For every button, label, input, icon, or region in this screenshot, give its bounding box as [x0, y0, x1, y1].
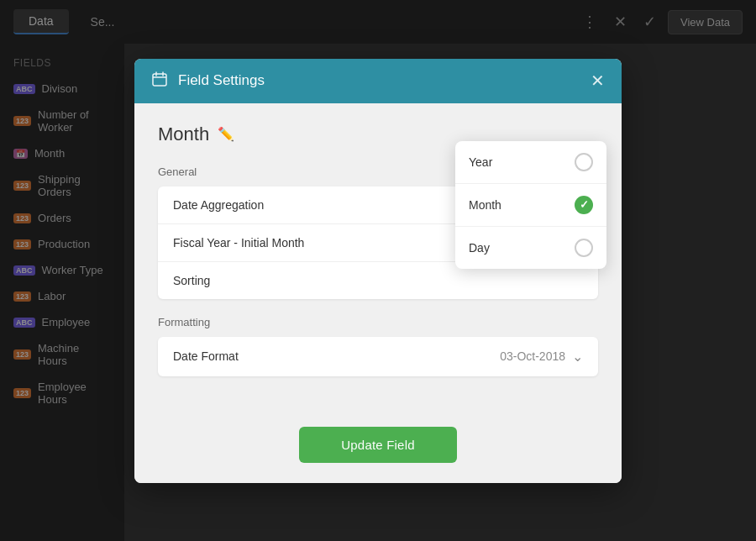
option-year-label: Year — [469, 155, 492, 169]
formatting-section-label: Formatting — [158, 316, 598, 328]
edit-icon[interactable]: ✏️ — [218, 126, 234, 142]
modal-title: Field Settings — [178, 72, 580, 89]
modal-footer: Update Field — [134, 413, 622, 483]
dropdown-option-day[interactable]: Day — [455, 227, 606, 269]
option-month-label: Month — [469, 198, 501, 212]
modal-header: Field Settings ✕ — [134, 59, 622, 103]
dropdown-option-year[interactable]: Year — [455, 141, 606, 184]
modal-overlay: Field Settings ✕ Month ✏️ General Date A… — [0, 0, 756, 541]
radio-year[interactable] — [575, 153, 593, 171]
date-format-label: Date Format — [173, 349, 500, 363]
formatting-settings-card: Date Format 03-Oct-2018 ⌄ — [158, 337, 598, 376]
dropdown-option-month[interactable]: Month — [455, 184, 606, 227]
option-day-label: Day — [469, 241, 490, 255]
date-aggregation-dropdown[interactable]: Year Month Day — [455, 141, 606, 269]
field-settings-modal: Field Settings ✕ Month ✏️ General Date A… — [134, 59, 622, 483]
sorting-label: Sorting — [173, 274, 583, 287]
modal-close-button[interactable]: ✕ — [591, 72, 605, 89]
chevron-down-icon[interactable]: ⌄ — [572, 349, 583, 365]
field-title: Month — [158, 123, 209, 145]
update-field-button[interactable]: Update Field — [299, 427, 456, 463]
date-aggregation-row[interactable]: Date Aggregation Year Month Day — [158, 186, 598, 224]
date-format-row[interactable]: Date Format 03-Oct-2018 ⌄ — [158, 337, 598, 376]
calendar-icon — [151, 71, 168, 92]
radio-day[interactable] — [575, 239, 593, 257]
modal-body: Month ✏️ General Date Aggregation Year — [134, 103, 622, 413]
general-settings-card: Date Aggregation Year Month Day — [158, 186, 598, 299]
date-format-value: 03-Oct-2018 — [500, 349, 565, 363]
svg-rect-0 — [153, 74, 166, 86]
radio-month[interactable] — [575, 196, 593, 214]
